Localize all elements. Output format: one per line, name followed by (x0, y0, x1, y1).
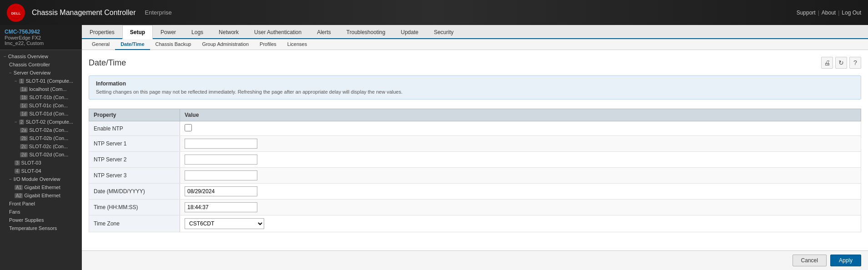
cancel-button[interactable]: Cancel (793, 255, 827, 266)
table-row: NTP Server 3 (89, 168, 861, 184)
sidebar-item-slot01c[interactable]: 1c SLOT-01c (Con... (0, 101, 82, 110)
table-row: Time Zone CST6CDT UTC EST5EDT PST8PDT MS… (89, 215, 861, 232)
sidebar-item-slot01a[interactable]: 1a localhost (Com... (0, 85, 82, 93)
support-link[interactable]: Support (797, 10, 816, 16)
sidebar-item-front-panel[interactable]: Front Panel (0, 200, 82, 208)
sidebar-item-slot04[interactable]: 4 SLOT-04 (0, 167, 82, 175)
sidebar-item-label: Power Supplies (9, 217, 44, 223)
sidebar-item-label: Chassis Overview (8, 54, 48, 59)
svg-text:DELL: DELL (11, 11, 21, 15)
property-label: NTP Server 1 (89, 136, 180, 152)
subtab-general[interactable]: General (86, 39, 115, 50)
sidebar-item-label: Gigabit Ethernet (24, 193, 60, 198)
property-label: Time (HH:MM:SS) (89, 200, 180, 215)
sidebar-item-label: Gigabit Ethernet (24, 185, 60, 190)
about-link[interactable]: About (822, 10, 836, 16)
sidebar-item-label: SLOT-01c (Con... (29, 103, 68, 108)
property-label: Enable NTP (89, 121, 180, 136)
sidebar-item-server-overview[interactable]: − Server Overview (0, 69, 82, 77)
tab-power[interactable]: Power (153, 25, 184, 39)
device-model: PowerEdge FX2 (5, 35, 77, 40)
sidebar-item-label: Front Panel (9, 201, 35, 206)
sidebar-item-temp-sensors[interactable]: Temperature Sensors (0, 224, 82, 232)
tab-network[interactable]: Network (211, 25, 246, 39)
tree-toggle: − (15, 120, 17, 125)
help-button[interactable]: ? (849, 57, 861, 69)
timezone-select[interactable]: CST6CDT UTC EST5EDT PST8PDT MST7MDT Amer… (185, 218, 264, 229)
sidebar-item-slot01d[interactable]: 1d SLOT-01d (Con... (0, 110, 82, 118)
sidebar-device-info: CMC-756J942 PowerEdge FX2 Imc_e22, Custo… (0, 25, 82, 50)
ntp-server-2-input[interactable] (185, 155, 257, 165)
page-header: Date/Time 🖨 ↻ ? (89, 57, 861, 69)
date-input[interactable] (185, 186, 257, 196)
sidebar-item-slot01[interactable]: − 1 SLOT-01 (Compute... (0, 77, 82, 85)
logout-link[interactable]: Log Out (842, 10, 861, 16)
sidebar-item-chassis-overview[interactable]: − Chassis Overview (0, 52, 82, 60)
sidebar-item-power-supplies[interactable]: Power Supplies (0, 216, 82, 224)
info-box-title: Information (96, 80, 854, 87)
app-subtitle: Enterprise (145, 9, 172, 16)
property-value: CST6CDT UTC EST5EDT PST8PDT MST7MDT Amer… (180, 215, 861, 232)
tab-security[interactable]: Security (426, 25, 461, 39)
tab-properties[interactable]: Properties (82, 25, 122, 39)
sidebar-item-slot02[interactable]: − 2 SLOT-02 (Compute... (0, 118, 82, 126)
tab-user-auth[interactable]: User Authentication (246, 25, 309, 39)
info-box: Information Setting changes on this page… (89, 75, 861, 100)
sidebar-item-label: Fans (9, 209, 20, 215)
page-title: Date/Time (89, 58, 126, 68)
sidebar-item-io-overview[interactable]: − I/O Module Overview (0, 175, 82, 183)
sidebar: CMC-756J942 PowerEdge FX2 Imc_e22, Custo… (0, 25, 82, 270)
main-container: CMC-756J942 PowerEdge FX2 Imc_e22, Custo… (0, 25, 868, 270)
sidebar-item-a1-gigabit[interactable]: A1 Gigabit Ethernet (0, 183, 82, 191)
subtab-group-admin[interactable]: Group Administration (196, 39, 254, 50)
print-button[interactable]: 🖨 (821, 57, 833, 69)
sidebar-item-slot01b[interactable]: 1b SLOT-01b (Con... (0, 93, 82, 101)
refresh-button[interactable]: ↻ (835, 57, 847, 69)
sidebar-item-slot02c[interactable]: 2c SLOT-02c (Con... (0, 142, 82, 150)
sidebar-item-a2-gigabit[interactable]: A2 Gigabit Ethernet (0, 191, 82, 200)
subtab-licenses[interactable]: Licenses (282, 39, 312, 50)
tab-setup[interactable]: Setup (122, 25, 153, 39)
subtab-datetime[interactable]: Date/Time (115, 39, 150, 50)
ntp-server-1-input[interactable] (185, 139, 257, 149)
sidebar-item-label: SLOT-02c (Con... (29, 144, 68, 149)
sidebar-item-label: SLOT-01d (Con... (29, 111, 68, 116)
ntp-server-3-input[interactable] (185, 170, 257, 180)
tab-logs[interactable]: Logs (184, 25, 211, 39)
property-value (180, 121, 861, 136)
sidebar-item-label: localhost (Com... (29, 86, 67, 92)
sidebar-item-slot03[interactable]: 3 SLOT-03 (0, 159, 82, 167)
page-content: Date/Time 🖨 ↻ ? Information Setting chan… (82, 50, 868, 250)
tree-toggle: − (9, 70, 12, 75)
sidebar-item-label: SLOT-03 (21, 160, 41, 165)
content-area: Properties Setup Power Logs Network User… (82, 25, 868, 270)
sidebar-item-label: SLOT-02b (Con... (29, 135, 68, 141)
sidebar-item-slot02a[interactable]: 2a SLOT-02a (Con... (0, 126, 82, 134)
property-label: NTP Server 3 (89, 168, 180, 184)
datetime-form-table: Property Value Enable NTP NTP Server 1 (89, 109, 861, 232)
sidebar-item-fans[interactable]: Fans (0, 208, 82, 216)
tree-toggle: − (4, 54, 6, 59)
tab-alerts[interactable]: Alerts (309, 25, 339, 39)
header-nav: Support | About | Log Out (797, 10, 861, 16)
tab-update[interactable]: Update (393, 25, 426, 39)
sidebar-item-label: SLOT-04 (21, 168, 41, 174)
footer-bar: Cancel Apply (82, 250, 868, 270)
col-property: Property (89, 109, 180, 121)
sidebar-item-label: Chassis Controller (9, 62, 50, 67)
device-name: CMC-756J942 (5, 29, 77, 35)
property-value (180, 136, 861, 152)
sidebar-tree: − Chassis Overview Chassis Controller − … (0, 50, 82, 235)
table-row: NTP Server 2 (89, 152, 861, 168)
sidebar-item-slot02b[interactable]: 2b SLOT-02b (Con... (0, 134, 82, 142)
time-input[interactable] (185, 202, 257, 212)
subtab-chassis-backup[interactable]: Chassis Backup (150, 39, 197, 50)
subtab-profiles[interactable]: Profiles (254, 39, 282, 50)
dell-logo: DELL (7, 4, 25, 22)
sidebar-item-chassis-controller[interactable]: Chassis Controller (0, 60, 82, 69)
tab-troubleshooting[interactable]: Troubleshooting (339, 25, 393, 39)
sidebar-item-label: SLOT-02 (Compute... (25, 119, 73, 125)
apply-button[interactable]: Apply (830, 255, 861, 266)
sidebar-item-slot02d[interactable]: 2d SLOT-02d (Con... (0, 150, 82, 159)
enable-ntp-checkbox[interactable] (185, 124, 192, 131)
